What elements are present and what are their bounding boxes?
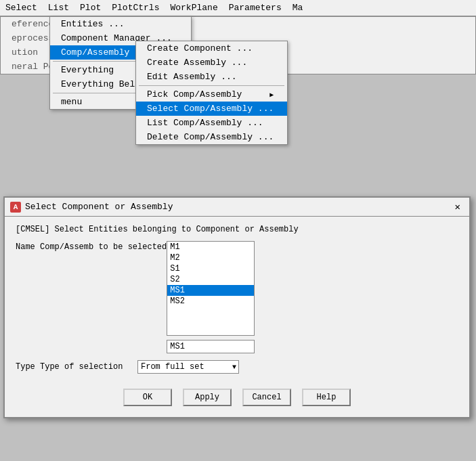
list-item-m1[interactable]: M1 — [167, 242, 254, 253]
menubar-item-parameters[interactable]: Parameters — [223, 1, 287, 14]
type-row: Type Type of selection From full set Res… — [16, 360, 458, 374]
list-item-s1[interactable]: S1 — [167, 263, 254, 274]
dialog-title: Select Component or Assembly — [25, 202, 173, 212]
menubar-item-select[interactable]: Select — [0, 1, 43, 14]
dialog-body: [CMSEL] Select Entities belonging to Com… — [5, 217, 469, 417]
type-select-wrapper: From full set Reselect Also select Unsel… — [137, 360, 239, 374]
ok-button[interactable]: OK — [123, 389, 172, 406]
dialog-icon: A — [10, 202, 21, 213]
dialog-titlebar: A Select Component or Assembly ✕ — [5, 198, 469, 217]
help-button[interactable]: Help — [302, 389, 351, 406]
list-item-ms1[interactable]: MS1 — [167, 285, 254, 296]
menubar-item-plot[interactable]: Plot — [74, 1, 106, 14]
menu-item-select-comp[interactable]: Select Comp/Assembly ... — [136, 102, 287, 116]
menubar-item-ma[interactable]: Ma — [287, 1, 309, 14]
menu-item-entities[interactable]: Entities ... — [50, 17, 191, 31]
menubar: Select List Plot PlotCtrls WorkPlane Par… — [0, 0, 476, 16]
menu-item-pick-comp[interactable]: Pick Comp/Assembly ▶ — [136, 87, 287, 102]
list-item-m2[interactable]: M2 — [167, 253, 254, 263]
pick-comp-arrow: ▶ — [269, 91, 274, 99]
dialog-name-label: Name Comp/Assemb to be selected — [16, 241, 167, 252]
menu-item-list-comp[interactable]: List Comp/Assembly ... — [136, 116, 287, 130]
menu-item-create-assembly[interactable]: Create Assembly ... — [136, 56, 287, 70]
comp-name-input[interactable] — [167, 340, 255, 353]
menubar-item-list[interactable]: List — [43, 1, 74, 14]
dialog-buttons: OK Apply Cancel Help — [16, 383, 458, 409]
comp-list-box[interactable]: M1 M2 S1 S2 MS1 MS2 — [167, 241, 255, 336]
apply-button[interactable]: Apply — [183, 389, 232, 406]
menubar-item-plotctrls[interactable]: PlotCtrls — [106, 1, 165, 14]
separator-sub-1 — [139, 85, 284, 86]
list-item-ms2[interactable]: MS2 — [167, 296, 254, 307]
select-comp-dialog: A Select Component or Assembly ✕ [CMSEL]… — [3, 196, 471, 418]
dialog-name-row: Name Comp/Assemb to be selected M1 M2 S1… — [16, 241, 458, 353]
dialog-description: [CMSEL] Select Entities belonging to Com… — [16, 225, 458, 234]
menu-item-delete-comp[interactable]: Delete Comp/Assembly ... — [136, 130, 287, 144]
list-item-s2[interactable]: S2 — [167, 274, 254, 285]
comp-assembly-submenu: Create Component ... Create Assembly ...… — [135, 41, 288, 145]
menubar-item-workplane[interactable]: WorkPlane — [165, 1, 223, 14]
menu-item-create-comp[interactable]: Create Component ... — [136, 41, 287, 56]
cancel-button[interactable]: Cancel — [242, 389, 291, 406]
type-select[interactable]: From full set Reselect Also select Unsel… — [137, 360, 239, 374]
dialog-close-button[interactable]: ✕ — [452, 200, 464, 213]
dialog-title-left: A Select Component or Assembly — [10, 202, 173, 213]
menu-item-edit-assembly[interactable]: Edit Assembly ... — [136, 70, 287, 84]
type-label: Type Type of selection — [16, 362, 137, 372]
